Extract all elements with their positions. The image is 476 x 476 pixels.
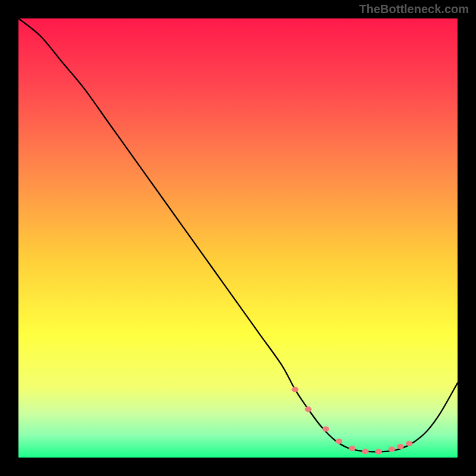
highlight-markers (292, 387, 412, 454)
highlight-dot (292, 387, 298, 392)
highlight-dot (362, 449, 368, 454)
watermark-text: TheBottleneck.com (359, 2, 469, 16)
highlight-dot (322, 427, 329, 432)
highlight-dot (406, 441, 412, 446)
bottleneck-curve (18, 18, 458, 452)
highlight-dot (349, 446, 355, 451)
plot-area (18, 18, 458, 458)
highlight-dot (375, 449, 382, 455)
highlight-dot (389, 446, 395, 452)
curve-layer (18, 18, 458, 458)
highlight-dot (397, 444, 403, 449)
highlight-dot (336, 439, 342, 444)
chart-container: TheBottleneck.com (0, 0, 476, 476)
highlight-dot (305, 406, 311, 412)
